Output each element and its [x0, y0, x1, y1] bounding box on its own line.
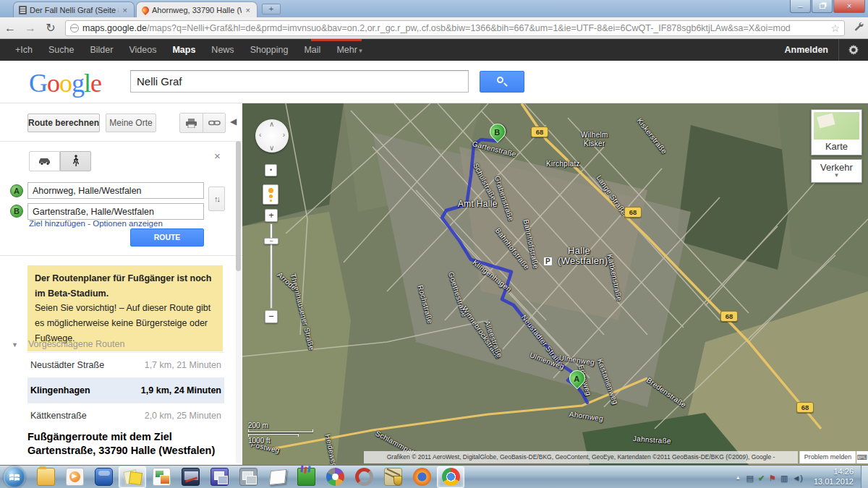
tray-expand-icon[interactable]: ▴ — [732, 474, 744, 481]
taskbar-app-photo-viewer[interactable] — [148, 466, 175, 488]
share-link-button[interactable] — [203, 114, 225, 132]
taskbar-app-firefox[interactable] — [408, 466, 435, 488]
verkehr-label: Verkehr — [820, 162, 853, 173]
back-button[interactable]: ← — [0, 22, 20, 35]
traffic-verkehr-button[interactable]: Verkehr ▼ — [811, 159, 862, 183]
route-option-klingenhagen[interactable]: Klingenhagen1,9 km, 24 Minuten — [27, 377, 224, 403]
taskbar-clock[interactable]: 14:26 13.01.2012 — [814, 467, 854, 487]
print-button[interactable] — [180, 114, 203, 132]
taskbar-app-ring-app[interactable] — [350, 466, 378, 488]
tab-close-icon[interactable]: × — [122, 6, 129, 14]
print-link-group — [179, 113, 226, 133]
chevron-down-icon: ▼ — [12, 341, 18, 348]
destination-badge: B — [10, 205, 23, 218]
zoom-slider-handle[interactable]: − — [264, 238, 278, 244]
sidebar-scrollbar-thumb[interactable] — [236, 141, 241, 271]
nav-item-suche[interactable]: Suche — [41, 39, 82, 61]
route-berechnen-button[interactable]: ROUTE BERECHNEN — [130, 228, 204, 247]
taskbar-app-media-player[interactable] — [61, 466, 88, 488]
map-canvas[interactable]: GartenstraßeSchulstraßeGrabenstraßeKirch… — [242, 103, 868, 465]
pegman-control[interactable] — [263, 184, 278, 205]
tray-session-icon[interactable]: ▤ — [746, 474, 753, 482]
route-berechnen-tab[interactable]: Route berechnen — [27, 114, 100, 132]
map-street-label: Kirchplatz — [546, 160, 580, 168]
mode-walking-button[interactable] — [60, 151, 91, 171]
taskbar-app-map-app[interactable] — [379, 466, 407, 488]
taskbar-app-blue-app[interactable] — [90, 466, 117, 488]
browser-tab-inactive[interactable]: Der Fall Nelli Graf (Seite 81) × — [13, 1, 135, 17]
zoom-slider-track[interactable] — [270, 223, 273, 309]
restore-button[interactable] — [812, 0, 833, 13]
destination-input[interactable] — [27, 203, 204, 220]
tray-volume-icon[interactable]: ◄) — [792, 474, 803, 482]
zoom-in-button[interactable]: + — [265, 209, 278, 222]
restore-icon — [820, 4, 825, 9]
taskbar-app-image-editor[interactable] — [176, 466, 204, 488]
pan-left-icon[interactable]: ‹ — [259, 131, 261, 139]
suggested-routes-header[interactable]: ▼Vorgeschlagene Routen — [12, 339, 124, 349]
taskbar-app-flipchart[interactable] — [263, 466, 291, 488]
forward-button[interactable]: → — [20, 22, 41, 35]
taskbar-app-paint-tools[interactable] — [292, 466, 320, 488]
report-problem-link[interactable]: Problem melden — [799, 451, 856, 463]
route-option-kttkenstrae[interactable]: Kättkenstraße2,0 km, 25 Minuten — [27, 403, 224, 428]
wrench-menu-button[interactable] — [849, 21, 868, 35]
taskbar-app-notes[interactable] — [119, 466, 146, 488]
taskbar-app-photo-stack[interactable] — [234, 466, 262, 488]
show-options-link[interactable]: Optionen anzeigen — [93, 219, 163, 228]
tab-title: Ahornweg, 33790 Halle (We — [152, 6, 242, 14]
zoom-out-button[interactable]: − — [265, 310, 278, 323]
tray-update-icon[interactable]: ✔ — [758, 474, 765, 482]
settings-button[interactable] — [839, 44, 868, 56]
pan-right-icon[interactable]: › — [283, 131, 285, 139]
taskbar-app-gallery[interactable] — [205, 466, 233, 488]
origin-badge: A — [10, 184, 23, 197]
pan-up-icon[interactable]: ∧ — [269, 120, 274, 128]
address-bar[interactable]: maps.google.de /maps?q=Nelli+Graf&hl=de&… — [65, 20, 845, 36]
route-option-neustdterstrae[interactable]: Neustädter Straße1,7 km, 21 Minuten — [27, 352, 224, 377]
nav-item-shopping[interactable]: Shopping — [242, 39, 297, 61]
new-tab-button[interactable]: + — [262, 4, 281, 14]
chain-link-icon — [208, 119, 221, 127]
taskbar-app-chrome[interactable] — [437, 466, 464, 488]
nav-item-news[interactable]: News — [203, 39, 242, 61]
nav-item-videos[interactable]: Videos — [121, 39, 164, 61]
nav-item-mehr[interactable]: Mehr ▾ — [328, 39, 370, 61]
map-type-karte-button[interactable]: Karte — [811, 109, 862, 155]
google-logo: Google — [29, 68, 101, 98]
minimize-button[interactable]: – — [790, 0, 811, 13]
close-button[interactable]: × — [833, 0, 865, 13]
pan-control[interactable]: ∧ ∨ ‹ › — [255, 119, 289, 153]
nav-item-maps[interactable]: Maps — [164, 39, 203, 61]
keyboard-shortcuts-icon[interactable]: ⌨ — [856, 451, 868, 463]
search-button[interactable] — [480, 71, 524, 93]
photo-viewer-icon — [153, 468, 171, 486]
reset-view-button[interactable]: • — [265, 164, 277, 176]
close-panel-icon[interactable]: × — [214, 150, 221, 162]
show-desktop-button[interactable] — [861, 466, 868, 488]
add-destination-link[interactable]: Ziel hinzufügen — [29, 219, 85, 228]
bookmark-star-icon[interactable]: ☆ — [830, 22, 840, 34]
nav-item-mail[interactable]: Mail — [296, 39, 328, 61]
pan-down-icon[interactable]: ∨ — [269, 144, 274, 152]
nav-item-ich[interactable]: +Ich — [7, 39, 41, 61]
browser-tab-active[interactable]: Ahornweg, 33790 Halle (We × — [136, 1, 258, 17]
tray-alert-icon[interactable]: ⚑ — [769, 474, 776, 482]
mode-driving-button[interactable] — [29, 151, 60, 171]
start-button[interactable] — [4, 466, 25, 488]
search-input[interactable] — [130, 70, 469, 93]
tray-network-icon[interactable]: ▥ — [780, 474, 788, 482]
origin-input[interactable] — [27, 182, 204, 199]
signin-link[interactable]: Anmelden — [775, 39, 839, 61]
swap-endpoints-button[interactable]: ↑↓ — [208, 187, 225, 211]
nav-item-bilder[interactable]: Bilder — [82, 39, 121, 61]
reload-button[interactable]: ↻ — [41, 21, 61, 35]
meine-orte-tab[interactable]: Meine Orte — [106, 114, 156, 132]
directions-sidebar: Route berechnen Meine Orte ◀ × A B ↑↓ Zi… — [0, 103, 242, 465]
google-header: Google — [0, 61, 868, 103]
flipchart-icon — [268, 468, 286, 486]
collapse-sidebar-button[interactable]: ◀ — [230, 116, 237, 127]
tab-close-icon[interactable]: × — [244, 6, 252, 14]
taskbar-app-explorer[interactable] — [32, 466, 59, 488]
taskbar-app-picasa[interactable] — [321, 466, 349, 488]
